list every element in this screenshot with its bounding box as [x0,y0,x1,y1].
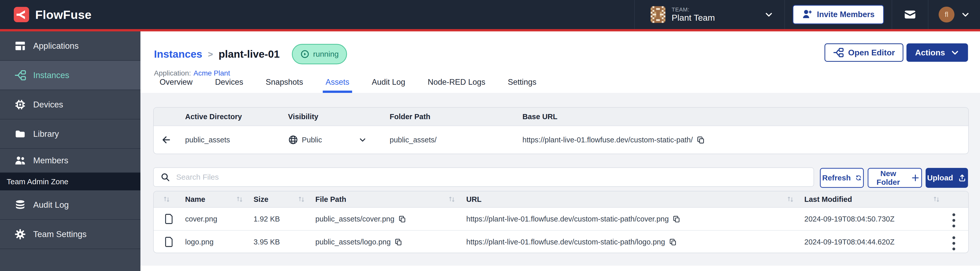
page-title: plant-live-01 [219,48,280,60]
file-size: 1.92 KB [253,208,280,230]
team-label: TEAM: [671,6,758,13]
tab-settings[interactable]: Settings [505,78,539,93]
actions-button[interactable]: Actions [907,43,968,62]
instance-tabs: Overview Devices Snapshots Assets Audit … [157,78,539,93]
sort-icon[interactable] [933,192,940,207]
sidebar-item-team-settings[interactable]: Team Settings [0,220,140,249]
search-icon [161,172,170,182]
team-admin-zone-label: Team Admin Zone [6,177,68,186]
brand-name: FlowFuse [35,8,92,22]
instance-header: Instances > plant-live-01 running Applic… [140,32,980,94]
active-directory-header: Active Directory Visibility Folder Path … [154,108,968,126]
row-menu-kebab-icon[interactable] [950,234,957,252]
column-size[interactable]: Size [253,192,268,207]
folder-path-value: public_assets/ [390,126,437,154]
team-selector[interactable]: TEAM: Plant Team [635,0,784,29]
sidebar-item-label: Instances [33,70,69,80]
table-row[interactable]: cover.png 1.92 KB public_assets/cover.pn… [154,208,968,231]
sidebar-item-devices[interactable]: Devices [0,90,140,119]
sidebar-item-label: Library [33,129,59,139]
back-arrow-icon[interactable] [161,126,172,154]
file-size: 3.95 KB [253,231,280,253]
tab-assets[interactable]: Assets [323,78,352,93]
chevron-down-icon [951,48,959,57]
breadcrumb-separator: > [208,49,213,59]
column-last-modified[interactable]: Last Modified [804,192,852,207]
main-content: Instances > plant-live-01 running Applic… [140,32,980,271]
sidebar-item-audit-log[interactable]: Audit Log [0,190,140,220]
table-row[interactable]: logo.png 3.95 KB public_assets/logo.png … [154,231,968,253]
devices-icon [14,99,26,111]
column-name[interactable]: Name [185,192,205,207]
chevron-down-icon [359,136,366,144]
new-folder-button[interactable]: New Folder [868,168,922,188]
file-path-value: public_assets/logo.png [315,238,391,246]
visibility-select[interactable]: Public [288,126,366,154]
sort-icon[interactable] [163,192,170,207]
copy-icon[interactable] [696,135,705,144]
actions-label: Actions [915,48,945,57]
refresh-button[interactable]: Refresh [820,168,864,188]
sidebar: Applications Instances Devices Library M… [0,32,140,271]
user-menu[interactable]: fl [928,0,980,29]
tab-audit-log[interactable]: Audit Log [369,78,408,93]
column-file-path[interactable]: File Path [315,192,346,207]
instances-icon [14,70,26,81]
plus-icon [911,173,920,183]
file-url-cell: https://plant-live-01.flowfuse.dev/custo… [466,208,681,230]
file-url-value: https://plant-live-01.flowfuse.dev/custo… [466,238,665,246]
breadcrumb: Instances > plant-live-01 running [154,43,347,65]
team-admin-zone-header: Team Admin Zone [0,173,140,190]
application-row: Application: Acme Plant [154,68,230,79]
copy-icon[interactable] [672,215,681,223]
sort-icon[interactable] [236,192,243,207]
flowfuse-app: FlowFuse [0,0,980,271]
search-input[interactable] [176,173,807,182]
sidebar-item-applications[interactable]: Applications [0,32,140,61]
copy-icon[interactable] [394,238,402,246]
editor-pipeline-icon [833,47,844,58]
tab-overview[interactable]: Overview [157,78,195,93]
notifications-mail-icon[interactable] [892,0,928,29]
applications-icon [14,40,26,52]
invite-members-button[interactable]: Invite Members [792,5,884,24]
tab-node-red-logs[interactable]: Node-RED Logs [425,78,488,93]
breadcrumb-instances-link[interactable]: Instances [154,48,202,60]
refresh-label: Refresh [822,174,851,182]
column-url[interactable]: URL [466,192,482,207]
search-box [153,167,814,187]
sort-icon[interactable] [448,192,456,207]
open-editor-button[interactable]: Open Editor [824,43,904,62]
sort-icon[interactable] [298,192,305,207]
copy-icon[interactable] [398,215,406,223]
row-menu-kebab-icon[interactable] [950,211,957,230]
application-link[interactable]: Acme Plant [194,69,230,77]
application-label: Application: [154,69,191,77]
tab-devices[interactable]: Devices [212,78,246,93]
refresh-icon [855,173,862,183]
topbar-right: TEAM: Plant Team Invite Members fl [634,0,980,29]
audit-log-icon [14,199,26,211]
files-table: Name Size File Path URL Last Modified co… [153,191,969,253]
upload-button[interactable]: Upload [926,168,968,188]
file-url-value: https://plant-live-01.flowfuse.dev/custo… [466,215,669,223]
column-active-directory: Active Directory [185,108,242,125]
sidebar-item-library[interactable]: Library [0,119,140,149]
column-base-url: Base URL [522,108,557,125]
sidebar-item-instances[interactable]: Instances [0,61,140,90]
copy-icon[interactable] [669,238,677,246]
sidebar-item-members[interactable]: Members [0,149,140,173]
file-last-modified: 2024-09-19T08:04:50.730Z [804,208,894,230]
topbar: FlowFuse [0,0,980,29]
chevron-down-icon [765,10,773,19]
upload-icon [958,173,966,183]
team-settings-icon [14,228,26,240]
tab-snapshots[interactable]: Snapshots [263,78,306,93]
sidebar-item-label: Applications [33,41,79,51]
file-url-cell: https://plant-live-01.flowfuse.dev/custo… [466,231,677,253]
home-link[interactable]: FlowFuse [14,7,92,22]
user-add-icon [802,10,812,20]
user-avatar: fl [939,6,955,22]
sort-icon[interactable] [787,192,794,207]
column-folder-path: Folder Path [390,108,431,125]
